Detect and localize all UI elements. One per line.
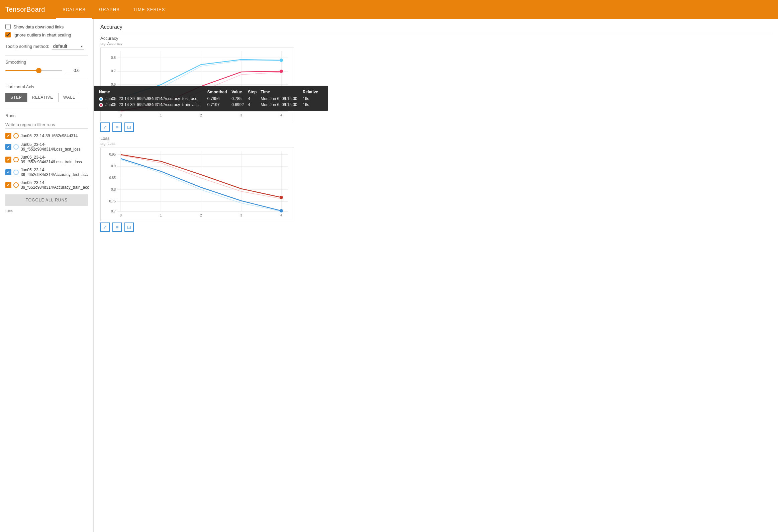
tooltip-time-0: Mon Jun 6, 09:15:00: [260, 96, 303, 102]
tooltip-value-1: 0.6992: [231, 102, 248, 108]
axis-label: Horizontal Axis: [5, 84, 88, 89]
run-label-1: Jun05_23-14-39_f652c984d314/Loss_test_lo…: [21, 142, 88, 152]
run-circle-2: [13, 157, 19, 162]
tooltip-dot-1: [99, 103, 103, 107]
tooltip-value-0: 0.785: [231, 96, 248, 102]
main-layout: Show data download links Ignore outliers…: [0, 19, 778, 532]
smoothing-slider[interactable]: [5, 70, 62, 71]
svg-text:1: 1: [160, 113, 162, 117]
nav-graphs[interactable]: GRAPHS: [92, 0, 127, 19]
main-content: Accuracy Accuracy tag: Accuracy: [94, 19, 778, 532]
svg-text:0.75: 0.75: [109, 200, 116, 203]
svg-text:2: 2: [200, 113, 202, 117]
run-checkbox-4[interactable]: ✓: [5, 182, 11, 188]
svg-text:0.85: 0.85: [109, 176, 116, 180]
runs-filter-input[interactable]: [5, 121, 88, 129]
loss-chart-container: Loss tag: Loss: [100, 136, 771, 232]
app-logo: TensorBoard: [5, 6, 45, 13]
run-circle-4: [13, 182, 19, 188]
app-header: TensorBoard SCALARS GRAPHS TIME SERIES: [0, 0, 778, 19]
run-label-3: Jun05_23-14-39_f652c984d314/Accuracy_tes…: [21, 168, 88, 177]
svg-text:2: 2: [200, 214, 202, 217]
loss-svg: 0.95 0.9 0.85 0.8 0.75 0.7 0 1 2 3 4: [101, 148, 295, 222]
run-circle-1: [13, 144, 19, 150]
svg-text:0: 0: [120, 113, 122, 117]
ignore-outliers-row: Ignore outliers in chart scaling: [5, 32, 88, 37]
run-item-1: ✓ Jun05_23-14-39_f652c984d314/Loss_test_…: [5, 142, 88, 152]
tooltip-col-value: Value: [231, 89, 248, 96]
run-checkbox-1[interactable]: ✓: [5, 144, 11, 150]
axis-section: Horizontal Axis STEP RELATIVE WALL: [5, 84, 88, 102]
tooltip-relative-1: 16s: [303, 102, 322, 108]
accuracy-chart-tools: ⤢ ≡ ⊡: [100, 123, 771, 132]
loss-test-dot: [280, 209, 283, 213]
show-download-label: Show data download links: [13, 24, 64, 29]
tooltip-sort-label: Tooltip sorting method:: [5, 44, 49, 49]
tooltip-name-0: Jun05_23-14-39_f652c984d314/Accuracy_tes…: [99, 96, 207, 102]
loss-menu-btn[interactable]: ≡: [112, 223, 122, 232]
svg-text:4: 4: [280, 113, 282, 117]
axis-step-btn[interactable]: STEP: [5, 93, 27, 102]
acc-test-dot: [280, 59, 283, 62]
tooltip-relative-0: 16s: [303, 96, 322, 102]
divider-2: [5, 80, 88, 80]
run-item-3: ✓ Jun05_23-14-39_f652c984d314/Accuracy_t…: [5, 168, 88, 177]
ignore-outliers-checkbox[interactable]: [5, 32, 11, 37]
accuracy-expand-btn[interactable]: ⤢: [100, 123, 110, 132]
divider-3: [5, 109, 88, 109]
run-checkbox-3[interactable]: ✓: [5, 169, 11, 175]
smoothing-row: 0.6: [5, 68, 88, 73]
accuracy-chart-title: Accuracy: [100, 36, 771, 41]
svg-text:0.95: 0.95: [109, 153, 116, 156]
loss-expand-btn[interactable]: ⤢: [100, 223, 110, 232]
tooltip-step-1: 4: [248, 102, 260, 108]
run-item-2: ✓ Jun05_23-14-39_f652c984d314/Loss_train…: [5, 155, 88, 164]
run-label-0: Jun05_23-14-39_f652c984d314: [21, 134, 78, 138]
smoothing-label: Smoothing: [5, 60, 88, 65]
acc-train-dot: [280, 70, 283, 73]
tooltip-col-step: Step: [248, 89, 260, 96]
show-download-row: Show data download links: [5, 24, 88, 29]
tooltip-overlay: Name Smoothed Value Step Time Relative J…: [94, 86, 328, 111]
accuracy-chart-subtitle: tag: Accuracy: [100, 42, 771, 46]
show-download-checkbox[interactable]: [5, 24, 11, 29]
run-item-0: ✓ Jun05_23-14-39_f652c984d314: [5, 133, 88, 139]
toggle-all-button[interactable]: TOGGLE ALL RUNS: [5, 195, 88, 206]
smoothing-section: Smoothing 0.6: [5, 60, 88, 73]
nav-scalars[interactable]: SCALARS: [56, 0, 92, 19]
tooltip-name-1: Jun05_23-14-39_f652c984d314/Accuracy_tra…: [99, 102, 207, 108]
accuracy-menu-btn[interactable]: ≡: [112, 123, 122, 132]
loss-fit-btn[interactable]: ⊡: [125, 223, 134, 232]
section-title: Accuracy: [100, 24, 771, 33]
run-checkbox-2[interactable]: ✓: [5, 157, 11, 163]
accuracy-chart-container: Accuracy tag: Accuracy: [100, 36, 771, 132]
loss-chart-tools: ⤢ ≡ ⊡: [100, 223, 771, 232]
nav-time-series[interactable]: TIME SERIES: [127, 0, 172, 19]
tooltip-table: Name Smoothed Value Step Time Relative J…: [99, 89, 322, 108]
loss-chart-subtitle: tag: Loss: [100, 142, 771, 146]
run-circle-3: [13, 170, 19, 175]
accuracy-fit-btn[interactable]: ⊡: [125, 123, 134, 132]
tooltip-col-time: Time: [260, 89, 303, 96]
tooltip-row-0: Jun05_23-14-39_f652c984d314/Accuracy_tes…: [99, 96, 322, 102]
loss-chart-title: Loss: [100, 136, 771, 141]
tooltip-step-0: 4: [248, 96, 260, 102]
tooltip-col-smoothed: Smoothed: [207, 89, 231, 96]
axis-wall-btn[interactable]: WALL: [58, 93, 80, 102]
svg-text:4: 4: [280, 214, 282, 217]
svg-text:1: 1: [160, 214, 162, 217]
runs-section: Runs ✓ Jun05_23-14-39_f652c984d314 ✓ Jun…: [5, 113, 88, 213]
svg-text:0.7: 0.7: [111, 69, 116, 73]
loss-train-dot: [280, 196, 283, 199]
runs-footer: runs: [5, 209, 88, 213]
svg-text:0.9: 0.9: [111, 164, 116, 168]
run-checkbox-0[interactable]: ✓: [5, 133, 11, 139]
svg-text:0: 0: [120, 214, 122, 217]
smoothing-value: 0.6: [66, 68, 80, 73]
svg-text:0.7: 0.7: [111, 210, 116, 213]
loss-chart-area: 0.95 0.9 0.85 0.8 0.75 0.7 0 1 2 3 4: [100, 148, 294, 221]
tooltip-row-1: Jun05_23-14-39_f652c984d314/Accuracy_tra…: [99, 102, 322, 108]
tooltip-sort-row: Tooltip sorting method: default ascendin…: [5, 43, 88, 50]
axis-relative-btn[interactable]: RELATIVE: [27, 93, 59, 102]
tooltip-sort-select[interactable]: default ascending descending nearest: [52, 43, 84, 50]
